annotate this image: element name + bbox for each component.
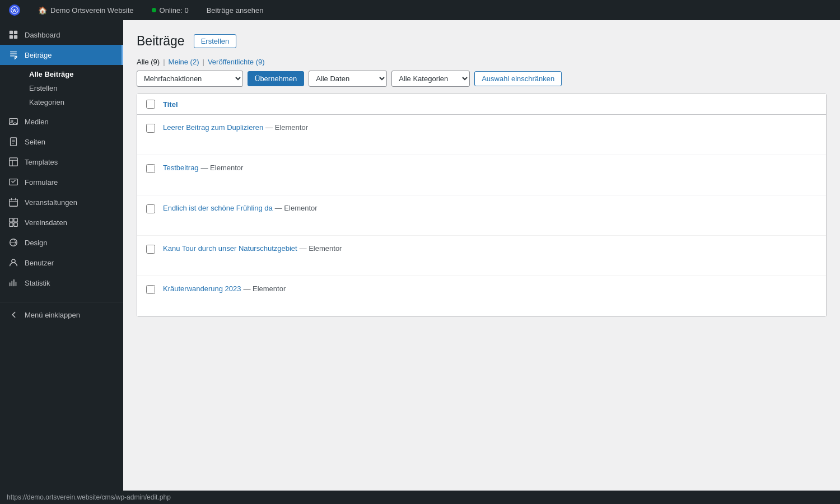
sidebar-item-statistik[interactable]: Statistik (0, 273, 123, 293)
main-container: Dashboard Beiträge ☞ Alle Beiträge Erste… (0, 20, 840, 491)
ubernehmen-button[interactable]: Übernehmen (248, 71, 304, 86)
main-content: Beiträge Erstellen Alle (9) | Meine (2) … (123, 20, 840, 491)
select-all-checkbox[interactable] (146, 100, 155, 109)
post-checkbox-4[interactable] (146, 245, 155, 254)
post-content-4: Kanu Tour durch unser Naturschutzgebiet … (163, 244, 342, 253)
post-content-1: Leerer Beitrag zum Duplizieren — Element… (163, 123, 308, 132)
sidebar-item-statistik-label: Statistik (25, 279, 50, 287)
svg-rect-4 (10, 35, 13, 39)
seiten-icon (8, 136, 19, 147)
dashboard-icon (8, 29, 19, 40)
post-title-link-2[interactable]: Testbeitrag (163, 164, 199, 172)
post-suffix-2: — Elementor (200, 164, 243, 172)
sidebar: Dashboard Beiträge ☞ Alle Beiträge Erste… (0, 20, 123, 491)
sidebar-item-design-label: Design (25, 239, 47, 247)
title-column-header: Titel (163, 100, 817, 109)
formulare-icon (8, 176, 19, 188)
templates-icon (8, 156, 19, 167)
filter-meine[interactable]: Meine (2) (169, 58, 199, 66)
beitrage-icon (8, 49, 19, 60)
sidebar-menu: Dashboard Beiträge ☞ Alle Beiträge Erste… (0, 20, 123, 329)
table-row: Endlich ist der schöne Frühling da — Ele… (137, 195, 826, 236)
online-dot-icon (152, 8, 156, 12)
auswahl-einschranken-button[interactable]: Auswahl einschränken (474, 71, 562, 86)
sidebar-item-seiten[interactable]: Seiten (0, 132, 123, 152)
posts-table: Titel Leerer Beitrag zum Duplizieren — E… (137, 94, 827, 317)
table-header: Titel (137, 94, 826, 115)
sidebar-item-templates[interactable]: Templates (0, 152, 123, 172)
view-posts-label: Beiträge ansehen (207, 6, 264, 15)
post-suffix-3: — Elementor (275, 204, 318, 212)
sidebar-item-veranstaltungen[interactable]: Veranstaltungen (0, 192, 123, 212)
sidebar-item-benutzer[interactable]: Benutzer (0, 253, 123, 273)
sidebar-item-benutzer-label: Benutzer (25, 259, 54, 267)
post-checkbox-3[interactable] (146, 204, 155, 213)
svg-point-7 (11, 120, 13, 122)
post-checkbox-1[interactable] (146, 124, 155, 133)
admin-bar: W 🏠 Demo Ortsverein Website Online: 0 Be… (0, 0, 840, 20)
sidebar-item-menue-einklappen-label: Menü einklappen (25, 311, 80, 319)
wp-logo-icon: W (9, 4, 20, 16)
sidebar-item-vereinsdaten[interactable]: Vereinsdaten (0, 212, 123, 232)
wp-logo-button[interactable]: W (4, 0, 25, 20)
svg-rect-3 (14, 31, 17, 34)
sidebar-item-formulare-label: Formulare (25, 178, 58, 186)
post-content-3: Endlich ist der schöne Frühling da — Ele… (163, 203, 318, 212)
alle-kategorien-select[interactable]: Alle Kategorien (391, 71, 470, 87)
sidebar-item-medien[interactable]: Medien (0, 111, 123, 132)
post-title-link-5[interactable]: Kräuterwanderung 2023 (163, 284, 241, 293)
table-row: Testbeitrag — Elementor (137, 155, 826, 195)
post-content-5: Kräuterwanderung 2023 — Elementor (163, 284, 286, 293)
svg-rect-5 (14, 35, 17, 39)
filter-alle[interactable]: Alle (9) (137, 58, 160, 66)
benutzer-icon (8, 257, 19, 268)
page-title: Beiträge (137, 34, 185, 49)
mehrfachaktionen-select[interactable]: Mehrfachaktionen Bearbeiten In Papierkor… (137, 71, 243, 87)
sidebar-item-templates-label: Templates (25, 158, 58, 166)
post-suffix-1: — Elementor (265, 123, 308, 132)
post-checkbox-5[interactable] (146, 285, 155, 294)
site-name-label: Demo Ortsverein Website (50, 6, 134, 15)
statistik-icon (8, 277, 19, 288)
create-button[interactable]: Erstellen (194, 34, 237, 48)
sidebar-item-veranstaltungen-label: Veranstaltungen (25, 198, 77, 207)
site-name-bar-item[interactable]: 🏠 Demo Ortsverein Website (34, 0, 138, 20)
submenu-kategorien[interactable]: Kategorien (25, 95, 123, 109)
svg-rect-14 (10, 223, 13, 226)
sidebar-item-seiten-label: Seiten (25, 138, 45, 146)
submenu-alle-beitrage[interactable]: Alle Beiträge (25, 67, 123, 81)
vereinsdaten-icon (8, 217, 19, 228)
post-suffix-4: — Elementor (300, 244, 342, 253)
sidebar-item-design[interactable]: Design (0, 232, 123, 253)
submenu-erstellen[interactable]: Erstellen (25, 81, 123, 95)
sidebar-item-menue-einklappen[interactable]: Menü einklappen (0, 302, 123, 325)
svg-rect-13 (14, 218, 17, 222)
post-content-2: Testbeitrag — Elementor (163, 163, 243, 172)
sidebar-item-vereinsdaten-label: Vereinsdaten (25, 218, 67, 227)
post-title-link-1[interactable]: Leerer Beitrag zum Duplizieren (163, 123, 263, 132)
post-title-link-4[interactable]: Kanu Tour durch unser Naturschutzgebiet (163, 244, 297, 253)
svg-rect-11 (10, 199, 17, 207)
page-header: Beiträge Erstellen (137, 34, 827, 49)
filter-sep-2: | (203, 58, 204, 66)
veranstaltungen-icon (8, 197, 19, 208)
table-row: Kräuterwanderung 2023 — Elementor (137, 276, 826, 316)
online-counter[interactable]: Online: 0 (147, 0, 193, 20)
post-title-link-3[interactable]: Endlich ist der schöne Frühling da (163, 204, 273, 212)
category-select-wrapper: Alle Kategorien (391, 71, 470, 87)
medien-icon (8, 116, 19, 127)
svg-rect-12 (10, 218, 13, 222)
sidebar-item-dashboard-label: Dashboard (25, 31, 60, 39)
svg-rect-15 (14, 223, 17, 226)
sidebar-item-beitrage-label: Beiträge (25, 51, 52, 59)
sidebar-item-dashboard[interactable]: Dashboard (0, 25, 123, 45)
view-posts-link[interactable]: Beiträge ansehen (202, 0, 268, 20)
post-checkbox-2[interactable] (146, 164, 155, 173)
svg-rect-2 (10, 31, 13, 34)
sidebar-item-formulare[interactable]: Formulare (0, 172, 123, 192)
sidebar-item-beitrage[interactable]: Beiträge ☞ (0, 45, 123, 65)
collapse-icon (8, 309, 19, 320)
svg-rect-9 (10, 158, 17, 166)
alle-daten-select[interactable]: Alle Daten (309, 71, 387, 87)
filter-veroeffentlichte[interactable]: Veröffentlichte (9) (208, 58, 265, 66)
